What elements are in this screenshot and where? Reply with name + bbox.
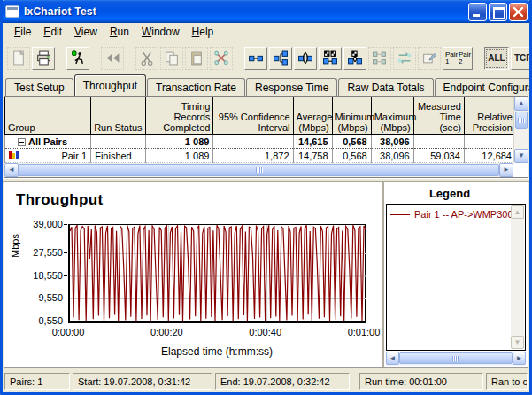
run-test-button[interactable] <box>66 47 89 70</box>
print-icon <box>35 50 51 66</box>
legend-line-swatch <box>390 214 410 215</box>
y-tick-mark <box>64 321 67 321</box>
legend-box: Pair 1 -- AP->WMP300N ▲ ▼ <box>386 204 526 351</box>
cell-run_status <box>91 135 146 149</box>
scroll-left-arrow-icon[interactable]: ◄ <box>4 163 19 177</box>
y-tick-label: 27,550 <box>12 247 63 258</box>
table-row-all-pairs[interactable]: All Pairs1 08914,6150,56838,096 <box>5 135 516 149</box>
paste-button[interactable] <box>185 47 208 70</box>
add-hardware-voip-pair-button[interactable] <box>343 47 366 70</box>
column-header-maximum-mbps-[interactable]: Maximum (Mbps) <box>371 97 413 135</box>
add-pair-icon <box>248 50 264 66</box>
legend-scroll-up-arrow-icon[interactable]: ▲ <box>511 205 524 219</box>
maximize-button[interactable] <box>489 3 507 21</box>
tab-transaction-rate[interactable]: Transaction Rate <box>147 78 245 96</box>
rewind-icon <box>104 50 120 66</box>
view-all-button[interactable]: ALL <box>484 47 509 70</box>
results-table-frame: GroupRun StatusTiming Records Completed9… <box>4 96 528 178</box>
menu-item-run[interactable]: Run <box>104 24 135 40</box>
table-hscroll-thumb[interactable] <box>19 164 499 176</box>
print-button[interactable] <box>32 47 55 70</box>
add-voip-pair-button[interactable] <box>294 47 317 70</box>
cell-minimum: 0,568 <box>332 149 371 163</box>
rewind-button[interactable] <box>101 47 124 70</box>
column-header-measured-time-sec-[interactable]: Measured Time (sec) <box>413 97 464 135</box>
tab-throughput[interactable]: Throughput <box>74 74 146 96</box>
column-header-group[interactable]: Group <box>5 97 91 135</box>
delete-button[interactable] <box>210 47 233 70</box>
tab-endpoint-configuration[interactable]: Endpoint Configuration <box>435 78 532 96</box>
close-icon <box>513 6 524 18</box>
legend-scroll-right-arrow-icon[interactable]: ► <box>513 352 526 365</box>
cut-button[interactable] <box>135 47 158 70</box>
add-hardware-pair-button[interactable] <box>319 47 342 70</box>
view-tcp-button[interactable]: TCP <box>511 47 532 70</box>
menu-item-edit[interactable]: Edit <box>37 24 68 40</box>
menu-bar: FileEditViewRunWindowHelp <box>3 23 529 42</box>
run-test-icon <box>70 50 86 66</box>
cell-maximum: 38,096 <box>371 149 413 163</box>
ixchariot-window: IxChariot Test FileEditViewRunWindowHelp… <box>0 0 532 395</box>
legend-hscroll-thumb[interactable] <box>399 352 513 364</box>
collapse-group-icon[interactable] <box>18 138 26 146</box>
add-multicast-pair-button[interactable] <box>269 47 292 70</box>
cut-icon <box>139 50 155 66</box>
scroll-down-arrow-icon[interactable]: ▼ <box>514 149 528 163</box>
close-button[interactable] <box>509 3 528 21</box>
cell-maximum: 38,096 <box>371 135 413 149</box>
replicate-pair-icon <box>372 50 388 66</box>
legend-scroll-left-arrow-icon[interactable]: ◄ <box>386 352 399 365</box>
edit-pair-button[interactable] <box>418 47 441 70</box>
menu-item-file[interactable]: File <box>8 24 37 40</box>
scroll-up-arrow-icon[interactable]: ▲ <box>514 97 528 111</box>
column-header-relative-precision[interactable]: Relative Precision <box>464 97 515 135</box>
replicate-pair-button[interactable] <box>368 47 391 70</box>
add-pair-button[interactable] <box>244 47 267 70</box>
minimize-button[interactable] <box>468 3 487 21</box>
status-panel-4: Ran to c <box>486 373 528 390</box>
table-vertical-scrollbar[interactable]: ▲ ▼ <box>513 97 528 163</box>
column-header-minimum-mbps-[interactable]: Minimum (Mbps) <box>332 97 371 135</box>
add-voip-pair-icon <box>297 50 313 66</box>
pair-names-button[interactable]: Pair 1Pair 2 <box>443 47 473 70</box>
new-document-icon <box>11 50 27 66</box>
x-tick-label: 0:00:40 <box>241 327 290 337</box>
cell-group: Pair 1 <box>5 149 91 163</box>
table-vscroll-thumb[interactable] <box>515 112 528 129</box>
legend-entry-label: Pair 1 -- AP->WMP300N <box>414 209 520 220</box>
y-tick-mark <box>64 252 67 253</box>
legend-vertical-scrollbar[interactable]: ▲ ▼ <box>511 205 524 349</box>
status-panel-1: Start: 19.07.2008, 0:31:42 <box>73 373 212 390</box>
status-bar: Pairs: 1Start: 19.07.2008, 0:31:42End: 1… <box>3 370 529 392</box>
tab-response-time[interactable]: Response Time <box>246 78 337 96</box>
new-test-button[interactable] <box>7 47 30 70</box>
column-header-average-mbps-[interactable]: Average (Mbps) <box>293 97 332 135</box>
cell-run_status: Finished <box>91 149 146 163</box>
legend-scroll-down-arrow-icon[interactable]: ▼ <box>511 336 524 349</box>
status-panel-3: Run time: 00:01:00 <box>359 373 483 390</box>
throughput-line-chart <box>70 225 366 321</box>
paste-icon <box>189 50 204 66</box>
table-horizontal-scrollbar[interactable]: ◄ ► <box>4 163 513 177</box>
copy-button[interactable] <box>160 47 183 70</box>
tab-test-setup[interactable]: Test Setup <box>5 78 73 96</box>
legend-entry: Pair 1 -- AP->WMP300N <box>387 205 525 220</box>
y-tick-label: 39,000 <box>12 219 63 229</box>
column-header-run-status[interactable]: Run Status <box>91 97 146 135</box>
menu-item-help[interactable]: Help <box>186 24 220 40</box>
cell-average: 14,615 <box>293 135 332 149</box>
column-header-95-confidence-interval[interactable]: 95% Confidence Interval <box>213 97 293 135</box>
scroll-right-arrow-icon[interactable]: ► <box>499 163 513 177</box>
menu-item-window[interactable]: Window <box>135 24 186 40</box>
legend-horizontal-scrollbar[interactable]: ◄ ► <box>386 352 526 366</box>
toolbar: Pair 1Pair 2ALLTCPSCREP1 <box>3 42 529 74</box>
tab-raw-data-totals[interactable]: Raw Data Totals <box>338 78 433 96</box>
column-header-timing-records-completed[interactable]: Timing Records Completed <box>146 97 213 135</box>
app-icon <box>5 5 19 18</box>
swap-endpoints-button[interactable] <box>393 47 416 70</box>
cell-precision: 12,684 <box>464 149 515 163</box>
table-row-pair-1[interactable]: Pair 1Finished1 0891,87214,7580,56838,09… <box>5 149 516 163</box>
copy-icon <box>164 50 180 66</box>
menu-item-view[interactable]: View <box>68 24 104 40</box>
title-bar[interactable]: IxChariot Test <box>0 0 532 23</box>
